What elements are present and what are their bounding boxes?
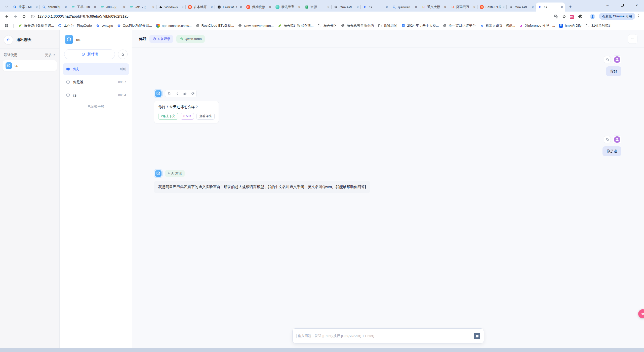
tab-search-chevron-icon[interactable] [3,3,10,11]
browser-tab[interactable]: One API× [507,3,536,12]
chat-more-button[interactable] [628,34,637,44]
window-minimize-button[interactable]: – [600,0,615,10]
tab-close-icon[interactable]: × [472,5,476,9]
recent-app-item[interactable]: cs [3,60,57,71]
records-badge[interactable]: 4 条记录 [149,35,173,43]
tab-close-icon[interactable]: × [151,5,155,9]
url-text[interactable]: 127.0.0.1:3000/chat?appId=67fc69eba57dbf… [37,14,129,18]
tab-close-icon[interactable]: × [501,5,506,9]
tab-close-icon[interactable]: × [531,5,535,9]
site-info-icon[interactable] [31,14,35,19]
tab-close-icon[interactable]: × [385,5,389,9]
tab-close-icon[interactable]: × [414,5,418,9]
stop-generating-button[interactable] [474,333,480,339]
detail-tag[interactable]: 查看详情 [196,113,215,120]
bookmark-item[interactable]: Dhmx的 Dify [557,22,583,29]
chat-history-item[interactable]: 你好刚刚 [63,63,129,75]
chat-input-box[interactable]: 输入问题，发送 [Enter]/换行 [Ctrl(Alt/Shift) + En… [292,328,484,343]
bookmark-item[interactable]: 单一窗口运维平台 [441,22,478,29]
address-bar[interactable]: 127.0.0.1:3000/chat?appId=67fc69eba57dbf… [29,13,553,20]
browser-tab[interactable]: #91 - [(× [127,3,156,12]
read-aloud-button[interactable] [173,90,181,97]
copy-message-button[interactable] [604,56,611,63]
tab-close-icon[interactable]: × [326,5,331,9]
browser-tab[interactable]: 搜索 - Mi× [11,3,40,12]
browser-tab[interactable]: [-]通义大模× [419,3,448,12]
forward-button[interactable] [12,13,19,20]
bookmark-star-icon[interactable] [562,14,567,19]
thumb-up-button[interactable] [181,90,189,97]
browser-menu-icon[interactable] [638,14,639,19]
tab-close-icon[interactable]: × [268,5,272,9]
apps-grid-icon[interactable] [5,24,9,28]
context-tag[interactable]: 2条上下文 [158,113,178,120]
bookmark-item[interactable]: 海关统计数据查询... [16,22,56,29]
browser-tab[interactable]: C保姆级教× [244,3,273,12]
browser-tab[interactable]: chrom的× [40,3,69,12]
bookmark-item[interactable]: WeOps [94,22,115,29]
reload-button[interactable] [20,13,28,20]
browser-tab[interactable]: Fcs× [536,3,565,12]
new-chat-button[interactable]: 新对话 [64,49,115,59]
translate-icon[interactable] [554,14,558,19]
new-tab-button[interactable]: + [567,3,574,10]
tab-close-icon[interactable]: × [560,5,564,9]
clear-history-button[interactable] [118,50,128,59]
copy-button[interactable] [165,90,173,97]
chrome-update-chip[interactable]: 有新版 Chrome 可用 [599,13,635,20]
bookmark-item[interactable]: A机器人设置 - 腾讯... [478,22,517,29]
browser-tab[interactable]: 腾讯元宝× [273,3,302,12]
assistant-avatar[interactable] [154,169,163,178]
bookmark-item[interactable]: 31省单独统计 [583,22,614,29]
tab-close-icon[interactable]: × [355,5,360,9]
browser-tab[interactable]: CFastGPT推× [477,3,507,12]
tab-close-icon[interactable]: × [122,5,126,9]
tab-close-icon[interactable]: × [443,5,447,9]
bookmark-item[interactable]: XXinference 推理 --... [517,22,557,29]
more-apps-button[interactable]: 更多 [45,53,56,57]
browser-tab[interactable]: Fcs× [361,3,390,12]
exit-chat[interactable]: 退出聊天 [0,30,59,49]
bookmark-item[interactable]: RestCloud ETL数据... [194,22,236,29]
extensions-puzzle-icon[interactable] [578,14,583,19]
bookmark-item[interactable]: 2024 年，基于大模... [399,22,441,29]
tab-close-icon[interactable]: × [34,5,39,9]
tab-close-icon[interactable]: × [297,5,301,9]
chat-history-item[interactable]: cs09:54 [63,90,129,101]
browser-tab[interactable]: FastGPT/× [215,3,244,12]
exit-back-button[interactable] [4,35,13,45]
thumb-down-button[interactable] [189,90,196,97]
bookmark-item[interactable]: 海关统计数据查询... [276,22,315,29]
browser-tab[interactable]: [-]阿里云百× [448,3,477,12]
bookmark-item[interactable]: 海关分区 [315,22,339,29]
copy-message-button[interactable] [604,136,611,143]
bookmark-item[interactable]: OpsPilot功能介绍... [115,22,154,29]
assistant-avatar[interactable] [154,89,163,98]
browser-tab[interactable]: #88 - [(× [98,3,127,12]
bookmark-item[interactable]: New conversation... [236,22,276,29]
translate-extension-icon[interactable]: 文A [570,14,575,19]
tab-close-icon[interactable]: × [239,5,243,9]
browser-tab[interactable]: Windows× [156,3,186,12]
window-maximize-button[interactable] [615,0,629,10]
module-badge[interactable]: AI 对话 [165,170,185,177]
browser-tab[interactable]: 工单 - Iln× [69,3,98,12]
model-badge[interactable]: Qwen-turbo [176,35,205,43]
window-close-button[interactable]: × [629,0,644,10]
bookmark-item[interactable]: 海关总署查舱单的 [339,22,376,29]
profile-avatar[interactable] [589,13,596,20]
tab-close-icon[interactable]: × [210,5,214,9]
duration-tag[interactable]: 0.58s [181,113,194,120]
bookmark-item[interactable]: 工作台 - PingCode [56,22,94,29]
browser-tab[interactable]: C在本地开× [186,3,215,12]
tab-close-icon[interactable]: × [93,5,97,9]
tab-close-icon[interactable]: × [180,5,185,9]
browser-tab[interactable]: qianwen× [390,3,419,12]
chat-history-item[interactable]: 你是谁09:57 [63,76,129,88]
browser-tab[interactable]: One API× [332,3,361,12]
bookmark-item[interactable]: ops-console.canw... [154,22,194,29]
browser-tab[interactable]: 资源× [302,3,332,12]
bookmark-item[interactable]: 政策组的 [376,22,399,29]
tab-close-icon[interactable]: × [64,5,68,9]
back-button[interactable] [3,13,11,20]
